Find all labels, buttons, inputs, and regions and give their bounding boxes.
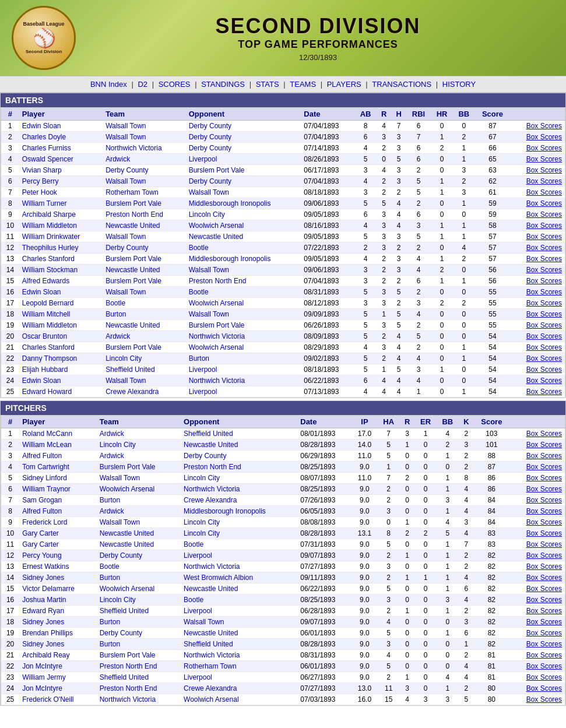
opponent-name[interactable]: Newcastle United [181,628,297,639]
box-scores-link[interactable]: Box Scores [526,540,562,548]
opponent-name[interactable]: Walsall Town [186,265,301,276]
team-name[interactable]: Newcastle United [103,265,186,276]
nav-transactions[interactable]: TRANSACTIONS [372,80,431,89]
player-name[interactable]: Charles Stanford [19,254,103,265]
opponent-name[interactable]: Newcastle United [181,439,297,451]
opponent-name[interactable]: Northwich Victoria [181,650,297,661]
boxscore-link[interactable]: Box Scores [510,231,565,242]
opponent-name[interactable]: Middlesborough Ironopolis [181,506,297,517]
boxscore-link[interactable]: Box Scores [509,595,565,606]
box-scores-link[interactable]: Box Scores [526,221,562,230]
player-name[interactable]: Gary Carter [19,528,97,539]
boxscore-link[interactable]: Box Scores [510,187,565,198]
box-scores-link[interactable]: Box Scores [526,133,562,141]
boxscore-link[interactable]: Box Scores [509,528,565,539]
team-name[interactable]: Sheffield United [103,364,186,375]
opponent-name[interactable]: Woolwich Arsenal [186,342,301,353]
team-name[interactable]: Walsall Town [97,473,181,484]
team-name[interactable]: Woolwich Arsenal [97,484,181,495]
opponent-name[interactable]: Middlesborough Ironopolis [186,198,301,209]
team-name[interactable]: Derby County [97,628,181,639]
team-name[interactable]: Walsall Town [103,121,186,132]
boxscore-link[interactable]: Box Scores [510,309,565,320]
opponent-name[interactable]: Northwich Victoria [186,331,301,342]
team-name[interactable]: Burslem Port Vale [97,650,181,661]
player-name[interactable]: Brendan Phillips [19,628,97,639]
box-scores-link[interactable]: Box Scores [526,684,562,692]
player-name[interactable]: Frederick Lord [19,517,97,528]
box-scores-link[interactable]: Box Scores [526,244,562,252]
team-name[interactable]: Sheffield United [97,606,181,617]
opponent-name[interactable]: Derby County [186,132,301,143]
box-scores-link[interactable]: Box Scores [526,585,562,593]
team-name[interactable]: Burslem Port Vale [103,342,186,353]
player-name[interactable]: Edwin Sloan [19,375,103,386]
opponent-name[interactable]: Woolwich Arsenal [186,298,301,309]
box-scores-link[interactable]: Box Scores [526,122,562,130]
boxscore-link[interactable]: Box Scores [510,375,565,386]
player-name[interactable]: William Jermy [19,672,97,683]
team-name[interactable]: Preston North End [97,661,181,672]
player-name[interactable]: Sidney Jones [19,572,97,583]
opponent-name[interactable]: Northwich Victoria [186,375,301,386]
team-name[interactable]: Walsall Town [97,517,181,528]
boxscore-link[interactable]: Box Scores [510,198,565,209]
nav-standings[interactable]: STANDINGS [201,80,245,89]
player-name[interactable]: Sam Grogan [19,495,97,506]
box-scores-link[interactable]: Box Scores [526,266,562,274]
boxscore-link[interactable]: Box Scores [509,539,565,550]
team-name[interactable]: Sheffield United [97,672,181,683]
team-name[interactable]: Burton [103,309,186,320]
team-name[interactable]: Northwich Victoria [103,143,186,154]
team-name[interactable]: Burton [97,572,181,583]
boxscore-link[interactable]: Box Scores [509,650,565,661]
box-scores-link[interactable]: Box Scores [526,618,562,626]
player-name[interactable]: Leopold Bernard [19,298,103,309]
player-name[interactable]: Alfred Fulton [19,451,97,462]
opponent-name[interactable]: Burslem Port Vale [186,165,301,176]
opponent-name[interactable]: Liverpool [181,606,297,617]
box-scores-link[interactable]: Box Scores [526,673,562,681]
opponent-name[interactable]: Lincoln City [186,209,301,220]
box-scores-link[interactable]: Box Scores [526,629,562,637]
opponent-name[interactable]: Derby County [186,121,301,132]
player-name[interactable]: William Mitchell [19,309,103,320]
player-name[interactable]: Roland McCann [19,428,97,439]
opponent-name[interactable]: Liverpool [181,672,297,683]
player-name[interactable]: Alfred Fulton [19,506,97,517]
player-name[interactable]: Vivian Sharp [19,165,103,176]
team-name[interactable]: Derby County [103,242,186,254]
box-scores-link[interactable]: Box Scores [526,388,562,396]
box-scores-link[interactable]: Box Scores [526,177,562,185]
team-name[interactable]: Bootle [103,298,186,309]
boxscore-link[interactable]: Box Scores [509,583,565,595]
boxscore-link[interactable]: Box Scores [509,694,565,705]
opponent-name[interactable]: Derby County [186,176,301,187]
box-scores-link[interactable]: Box Scores [526,640,562,648]
opponent-name[interactable]: Preston North End [186,276,301,287]
player-name[interactable]: William Stockman [19,265,103,276]
box-scores-link[interactable]: Box Scores [526,188,562,196]
opponent-name[interactable]: Bootle [186,242,301,254]
boxscore-link[interactable]: Box Scores [510,154,565,165]
boxscore-link[interactable]: Box Scores [509,495,565,506]
boxscore-link[interactable]: Box Scores [510,320,565,331]
team-name[interactable]: Lincoln City [97,595,181,606]
team-name[interactable]: Burton [97,639,181,650]
player-name[interactable]: Peter Hook [19,187,103,198]
opponent-name[interactable]: Liverpool [186,364,301,375]
player-name[interactable]: William Drinkwater [19,231,103,242]
team-name[interactable]: Derby County [97,550,181,561]
player-name[interactable]: Edwin Sloan [19,287,103,298]
boxscore-link[interactable]: Box Scores [510,276,565,287]
box-scores-link[interactable]: Box Scores [526,607,562,615]
player-name[interactable]: Victor Delamarre [19,583,97,595]
team-name[interactable]: Newcastle United [103,320,186,331]
opponent-name[interactable]: Lincoln City [181,473,297,484]
player-name[interactable]: Sidney Linford [19,473,97,484]
box-scores-link[interactable]: Box Scores [526,233,562,241]
team-name[interactable]: Rotherham Town [103,187,186,198]
team-name[interactable]: Preston North End [97,683,181,694]
boxscore-link[interactable]: Box Scores [509,550,565,561]
team-name[interactable]: Burslem Port Vale [103,198,186,209]
